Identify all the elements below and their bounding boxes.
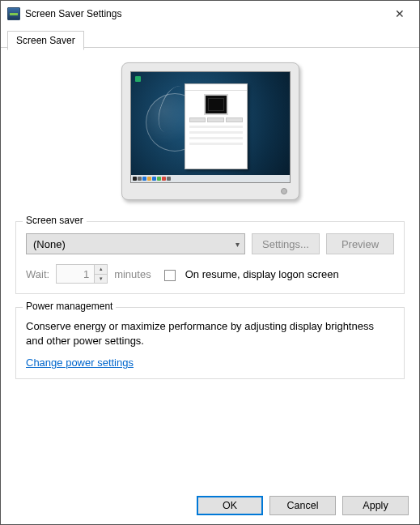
screensaver-dropdown[interactable]: (None) ▾ (26, 233, 245, 254)
change-power-settings-link[interactable]: Change power settings (26, 356, 134, 369)
monitor-frame (121, 62, 299, 200)
monitor-preview (15, 62, 405, 200)
taskbar-preview (131, 175, 290, 182)
screensaver-legend: Screen saver (23, 215, 87, 226)
monitor-power-led (281, 188, 287, 194)
desktop-icon (135, 76, 141, 82)
preview-button: Preview (326, 233, 394, 254)
cancel-button[interactable]: Cancel (269, 496, 336, 515)
tab-screen-saver[interactable]: Screen Saver (7, 31, 84, 50)
tab-bar: Screen Saver (1, 27, 419, 48)
inner-dialog-preview (185, 83, 248, 169)
minutes-label: minutes (114, 268, 151, 280)
monitor-screen (130, 71, 291, 183)
chevron-down-icon: ▾ (235, 240, 240, 249)
close-button[interactable]: ✕ (382, 2, 418, 26)
window-title: Screen Saver Settings (25, 8, 382, 19)
resume-checkbox-label: On resume, display logon screen (185, 268, 339, 280)
screensaver-dropdown-value: (None) (33, 238, 66, 250)
spin-down-icon[interactable]: ▼ (95, 275, 107, 284)
power-description: Conserve energy or maximize performance … (26, 319, 394, 348)
spin-up-icon[interactable]: ▲ (95, 265, 107, 275)
spin-buttons[interactable]: ▲ ▼ (95, 264, 108, 284)
screensaver-group: Screen saver (None) ▾ Settings... Previe… (15, 221, 405, 294)
apply-button[interactable]: Apply (342, 496, 409, 515)
dialog-footer: OK Cancel Apply (197, 496, 409, 515)
power-legend: Power management (23, 301, 116, 312)
ok-button[interactable]: OK (197, 496, 263, 515)
title-bar: Screen Saver Settings ✕ (1, 1, 419, 27)
screensaver-app-icon (7, 7, 20, 20)
resume-checkbox[interactable] (164, 270, 176, 281)
wait-spinner[interactable]: ▲ ▼ (56, 264, 108, 284)
dialog-body: Screen saver (None) ▾ Settings... Previe… (1, 48, 419, 379)
power-group: Power management Conserve energy or maxi… (15, 307, 405, 379)
wait-input[interactable] (56, 264, 95, 284)
settings-button: Settings... (252, 233, 320, 254)
wait-label: Wait: (26, 268, 49, 280)
